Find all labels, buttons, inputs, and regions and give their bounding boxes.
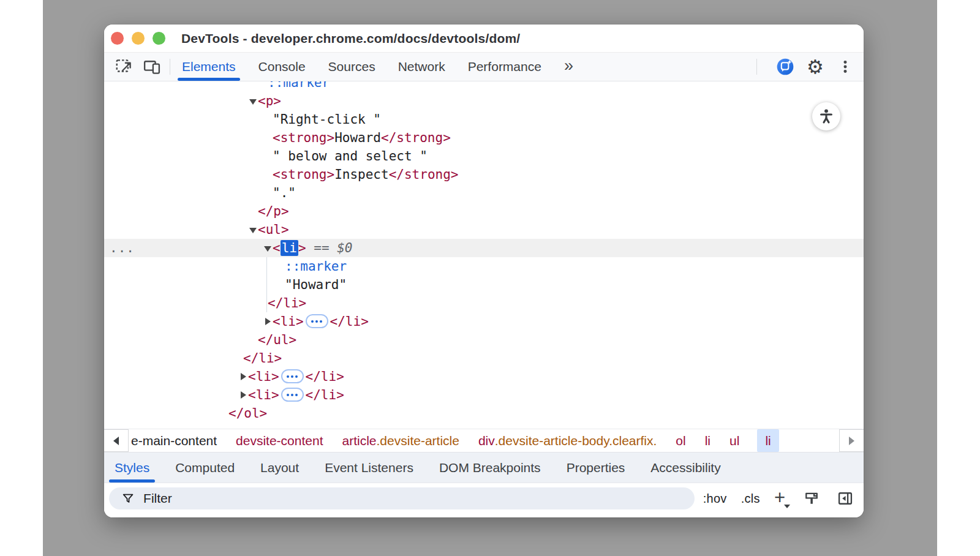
ai-assistance-button[interactable] bbox=[775, 57, 795, 77]
toggle-device-toolbar-button[interactable] bbox=[142, 57, 162, 77]
dom-tree-row[interactable]: </li> bbox=[104, 349, 864, 367]
crumb-token-tag: li bbox=[765, 434, 771, 448]
crumb-token-tag: li bbox=[705, 434, 710, 448]
dom-tree-row[interactable]: <strong>Inspect</strong> bbox=[104, 165, 864, 184]
element-classes-button[interactable]: .cls bbox=[741, 492, 760, 506]
dom-tree-row[interactable]: "." bbox=[104, 184, 864, 202]
dom-tree-row[interactable]: <li></li> bbox=[104, 367, 864, 386]
close-window-button[interactable] bbox=[111, 32, 124, 45]
collapsed-content-icon[interactable] bbox=[281, 388, 304, 402]
zoom-window-button[interactable] bbox=[153, 32, 165, 45]
code-tag-token: <p> bbox=[258, 94, 281, 108]
dom-tree-row[interactable]: <strong>Howard</strong> bbox=[104, 129, 864, 147]
chevron-left-icon bbox=[113, 437, 119, 445]
code-tag-token: <li> bbox=[248, 369, 279, 384]
dom-tree-row[interactable]: </ol> bbox=[104, 404, 864, 423]
rendering-emulations-button[interactable] bbox=[802, 489, 821, 508]
arrow-spacer bbox=[258, 81, 268, 92]
dom-tree-row[interactable]: ...<li> == $0 bbox=[104, 239, 864, 257]
expand-arrow-right-icon[interactable] bbox=[263, 312, 273, 331]
overflow-ellipsis-gutter[interactable]: ... bbox=[110, 239, 135, 257]
crumb-token-plain: e-main-content bbox=[131, 434, 217, 448]
code-tag-token: > bbox=[298, 241, 306, 255]
tab-computed[interactable]: Computed bbox=[175, 453, 235, 483]
styles-filter-bar: :hov .cls + bbox=[104, 483, 864, 517]
dom-tree-row[interactable]: "Right-click " bbox=[104, 110, 864, 129]
dom-tree-row[interactable]: </li> bbox=[104, 294, 864, 312]
new-style-rule-button[interactable]: + bbox=[774, 488, 788, 509]
panel-tabs: ElementsConsoleSourcesNetworkPerformance… bbox=[182, 53, 573, 81]
inspect-element-button[interactable] bbox=[114, 57, 134, 77]
code-tag-token: <strong> bbox=[273, 167, 334, 182]
sidebar-pane-tabs: StylesComputedLayoutEvent ListenersDOM B… bbox=[104, 452, 864, 483]
arrow-spacer bbox=[248, 331, 258, 349]
breadcrumb-item[interactable]: devsite-content bbox=[235, 429, 324, 452]
minimize-window-button[interactable] bbox=[132, 32, 145, 45]
breadcrumb-item[interactable]: article.devsite-article bbox=[341, 429, 461, 452]
breadcrumb-item[interactable]: li bbox=[704, 429, 712, 452]
dom-tree-row[interactable]: <p> bbox=[104, 92, 864, 110]
funnel-icon bbox=[121, 492, 135, 506]
code-tag-token: <li> bbox=[248, 388, 279, 402]
filter-field[interactable] bbox=[109, 487, 695, 509]
more-tabs-button[interactable]: » bbox=[564, 58, 573, 77]
crumb-token-tag: article bbox=[342, 434, 377, 448]
toggle-element-state-button[interactable]: :hov bbox=[703, 492, 727, 506]
three-dot-menu-icon bbox=[837, 58, 853, 76]
tab-dom-breakpoints[interactable]: DOM Breakpoints bbox=[439, 453, 541, 483]
tab-console[interactable]: Console bbox=[258, 53, 306, 81]
dom-tree-panel: ::marker<p>"Right-click "<strong>Howard<… bbox=[104, 81, 864, 429]
dom-tree-row[interactable]: </p> bbox=[104, 202, 864, 220]
breadcrumb-item[interactable]: div.devsite-article-body.clearfix. bbox=[477, 429, 658, 452]
collapsed-content-icon[interactable] bbox=[306, 314, 328, 328]
expand-arrow-right-icon[interactable] bbox=[238, 367, 248, 386]
toggle-sidebar-button[interactable] bbox=[835, 489, 855, 508]
accessibility-person-icon bbox=[818, 108, 835, 125]
collapsed-content-icon[interactable] bbox=[281, 369, 304, 383]
tab-elements[interactable]: Elements bbox=[182, 53, 236, 81]
dom-tree-row[interactable]: </ul> bbox=[104, 331, 864, 349]
dom-tree-row[interactable]: "Howard" bbox=[104, 276, 864, 294]
arrow-spacer bbox=[219, 404, 228, 423]
expand-arrow-right-icon[interactable] bbox=[238, 386, 248, 404]
device-toolbar-icon bbox=[143, 58, 161, 76]
breadcrumb-scroll-right-button[interactable] bbox=[839, 429, 864, 452]
tab-accessibility[interactable]: Accessibility bbox=[650, 453, 720, 483]
arrow-spacer bbox=[275, 276, 285, 294]
expand-arrow-down-icon[interactable] bbox=[263, 239, 273, 257]
customize-devtools-menu-button[interactable] bbox=[835, 57, 855, 77]
dom-tree-row[interactable]: <ul> bbox=[104, 220, 864, 239]
dom-tree-row[interactable]: <li></li> bbox=[104, 386, 864, 404]
crumb-token-tag: ul bbox=[729, 434, 739, 448]
arrow-spacer bbox=[263, 184, 273, 202]
code-tag-token: </li> bbox=[306, 388, 344, 402]
tab-event-listeners[interactable]: Event Listeners bbox=[325, 453, 413, 483]
dom-tree-row[interactable]: ::marker bbox=[104, 257, 864, 276]
tab-network[interactable]: Network bbox=[398, 53, 445, 81]
code-tag-token: </ol> bbox=[228, 406, 267, 421]
crumb-token-tag: ol bbox=[676, 434, 685, 448]
breadcrumb-item[interactable]: e-main-content bbox=[130, 429, 218, 452]
breadcrumb-item[interactable]: ol bbox=[674, 429, 687, 452]
breadcrumb-item[interactable]: li bbox=[757, 429, 778, 452]
devtools-toolbar: ElementsConsoleSourcesNetworkPerformance… bbox=[104, 53, 864, 81]
breadcrumb-scroll-left-button[interactable] bbox=[104, 429, 129, 452]
settings-gear-icon[interactable]: ⚙ bbox=[805, 57, 825, 77]
expand-arrow-down-icon[interactable] bbox=[248, 220, 258, 239]
dom-tree-row[interactable]: ::marker bbox=[104, 81, 864, 92]
filter-input[interactable] bbox=[143, 491, 690, 506]
tab-sources[interactable]: Sources bbox=[328, 53, 375, 81]
code-tag-token: </li> bbox=[306, 369, 344, 384]
breadcrumb-item[interactable]: ul bbox=[728, 429, 741, 452]
code-tag-token: <li> bbox=[273, 314, 304, 329]
dom-tree-row[interactable]: " below and select " bbox=[104, 147, 864, 165]
tab-performance[interactable]: Performance bbox=[468, 53, 541, 81]
accessibility-overlay-button[interactable] bbox=[812, 102, 840, 130]
tab-properties[interactable]: Properties bbox=[567, 453, 625, 483]
crumb-token-class: .devsite-article bbox=[377, 434, 459, 448]
expand-arrow-down-icon[interactable] bbox=[248, 92, 258, 110]
toolbar-divider bbox=[170, 59, 170, 75]
tab-styles[interactable]: Styles bbox=[115, 453, 149, 483]
dom-tree-row[interactable]: <li></li> bbox=[104, 312, 864, 331]
tab-layout[interactable]: Layout bbox=[260, 453, 299, 483]
